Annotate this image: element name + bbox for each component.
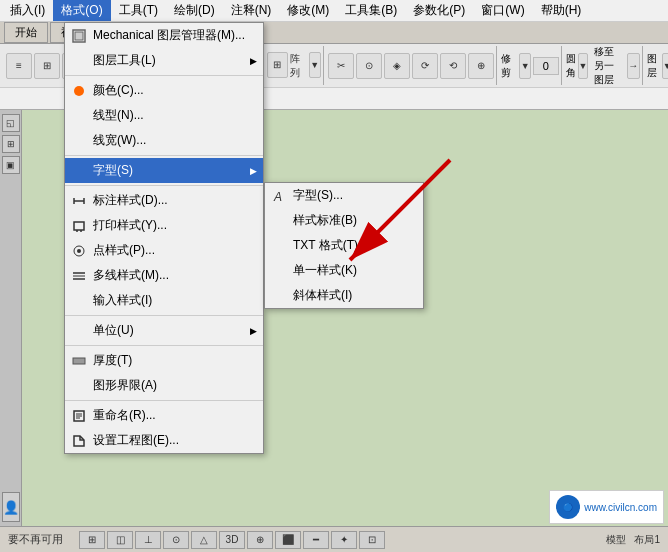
repair-dropdown[interactable]: ▼ [519,53,531,79]
tool-icon-4[interactable]: ⟳ [412,53,438,79]
svg-point-2 [74,86,84,96]
font-submenu: A字型(S)...样式标准(B)TXT 格式(T)单一样式(K)斜体样式(I) [264,182,424,309]
menu-separator [65,185,263,186]
font-icon-font_style: A [269,186,289,206]
toolbar-section-layer2: 图层 ▼ [645,46,668,85]
tool-icon-2[interactable]: ⊙ [356,53,382,79]
menu-label-units: 单位(U) [93,322,134,339]
status-layout1-tab[interactable]: 布局1 [634,533,660,547]
format-menu-item-dimstyle[interactable]: 标注样式(D)... [65,188,263,213]
menu-help[interactable]: 帮助(H) [533,0,590,21]
menu-label-inputstyle: 输入样式(I) [93,292,152,309]
menu-separator [65,155,263,156]
repair-label: 修剪 [501,52,518,80]
menu-modify[interactable]: 修改(M) [279,0,337,21]
format-menu-item-multilinestyle[interactable]: 多线样式(M)... [65,263,263,288]
format-menu-item-font[interactable]: 字型(S) [65,158,263,183]
array-dropdown[interactable]: ▼ [309,52,321,78]
tool-icon-5[interactable]: ⟲ [440,53,466,79]
format-menu-item-pointstyle[interactable]: 点样式(P)... [65,238,263,263]
toolbar-section-repair: 修剪 ▼ 0 [499,46,562,85]
watermark-logo: 🔵 [556,495,580,519]
status-grid-btn[interactable]: ⊞ [79,531,105,549]
status-3d-snap-btn[interactable]: 3D [219,531,245,549]
menu-insert[interactable]: 插入(I) [2,0,53,21]
menu-annotate[interactable]: 注释(N) [223,0,280,21]
format-menu-item-units[interactable]: 单位(U) [65,318,263,343]
status-ortho-btn[interactable]: ⊥ [135,531,161,549]
status-object-snap-btn[interactable]: △ [191,531,217,549]
status-text: 要不再可用 [8,532,63,547]
menu-draw[interactable]: 绘制(D) [166,0,223,21]
tool-icon-6[interactable]: ⊕ [468,53,494,79]
menu-tools[interactable]: 工具(T) [111,0,166,21]
fillet-dropdown[interactable]: ▼ [578,53,589,79]
menu-label-plotstyle: 打印样式(Y)... [93,217,167,234]
svg-text:A: A [273,190,282,203]
status-line-btn[interactable]: ━ [303,531,329,549]
menu-label-font: 字型(S) [93,162,133,179]
sidebar-user-icon[interactable]: 👤 [2,492,20,522]
number-input[interactable]: 0 [533,57,558,75]
array-label: 阵列 [290,52,306,80]
font-submenu-item-single_style[interactable]: 单一样式(K) [265,258,423,283]
format-menu-item-layer_tools[interactable]: 图层工具(L) [65,48,263,73]
menu-parametric[interactable]: 参数化(P) [405,0,473,21]
format-menu-item-setdrawing[interactable]: 设置工程图(E)... [65,428,263,453]
format-menu: Mechanical 图层管理器(M)...图层工具(L)颜色(C)...线型(… [64,22,264,454]
font-submenu-item-font_style[interactable]: A字型(S)... [265,183,423,208]
toolbar-btn-1[interactable]: ≡ [6,53,32,79]
toolbar-btn-2[interactable]: ⊞ [34,53,60,79]
status-quick-btn[interactable]: ✦ [331,531,357,549]
menu-icon-multilinestyle [69,266,89,286]
format-menu-item-mechanical[interactable]: Mechanical 图层管理器(M)... [65,23,263,48]
font-submenu-label-style_standard: 样式标准(B) [293,212,357,229]
format-menu-item-rename[interactable]: 重命名(R)... [65,403,263,428]
menu-label-mechanical: Mechanical 图层管理器(M)... [93,27,245,44]
format-menu-item-color[interactable]: 颜色(C)... [65,78,263,103]
tab-start[interactable]: 开始 [4,22,48,43]
format-menu-item-linetype[interactable]: 线型(N)... [65,103,263,128]
format-menu-item-plotstyle[interactable]: 打印样式(Y)... [65,213,263,238]
status-polar-btn[interactable]: ⊙ [163,531,189,549]
move-layer-label: 移至另一图层 [590,45,624,87]
format-menu-item-limits[interactable]: 图形界限(A) [65,373,263,398]
menu-separator [65,315,263,316]
menu-label-dimstyle: 标注样式(D)... [93,192,168,209]
menu-label-setdrawing: 设置工程图(E)... [93,432,179,449]
format-menu-item-inputstyle[interactable]: 输入样式(I) [65,288,263,313]
menu-icon-mechanical [69,26,89,46]
menu-window[interactable]: 窗口(W) [473,0,532,21]
menu-icon-color [69,81,89,101]
menu-icon-thickness [69,351,89,371]
format-menu-item-linewidth[interactable]: 线宽(W)... [65,128,263,153]
font-submenu-item-txt_format[interactable]: TXT 格式(T) [265,233,423,258]
status-track-btn[interactable]: ⊕ [247,531,273,549]
status-mode-btn[interactable]: ⊡ [359,531,385,549]
status-dyn-btn[interactable]: ⬛ [275,531,301,549]
font-submenu-label-single_style: 单一样式(K) [293,262,357,279]
menu-label-limits: 图形界限(A) [93,377,157,394]
font-submenu-item-italic_style[interactable]: 斜体样式(I) [265,283,423,308]
layer-dropdown[interactable]: ▼ [662,53,668,79]
status-snap-btn[interactable]: ◫ [107,531,133,549]
menu-separator [65,75,263,76]
menu-format[interactable]: 格式(O) [53,0,110,21]
menu-separator [65,400,263,401]
sidebar-btn-2[interactable]: ⊞ [2,135,20,153]
menu-icon-font [69,161,89,181]
left-sidebar: ◱ ⊞ ▣ 👤 [0,110,22,526]
sidebar-btn-3[interactable]: ▣ [2,156,20,174]
array-btn[interactable]: ⊞ [267,52,289,78]
tool-icon-1[interactable]: ✂ [328,53,354,79]
menu-label-multilinestyle: 多线样式(M)... [93,267,169,284]
menu-label-layer_tools: 图层工具(L) [93,52,156,69]
tool-icon-3[interactable]: ◈ [384,53,410,79]
status-model-tab[interactable]: 模型 [606,533,626,547]
format-menu-item-thickness[interactable]: 厚度(T) [65,348,263,373]
font-submenu-item-style_standard[interactable]: 样式标准(B) [265,208,423,233]
menu-toolset[interactable]: 工具集(B) [337,0,405,21]
sidebar-btn-1[interactable]: ◱ [2,114,20,132]
move-layer-btn[interactable]: → [627,53,640,79]
fillet-label: 圆角 [566,52,576,80]
